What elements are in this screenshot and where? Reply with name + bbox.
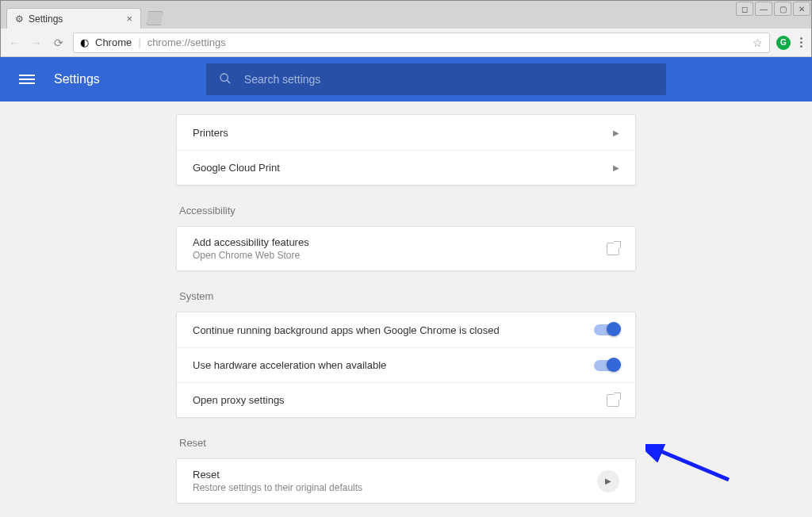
chrome-origin-icon: ◐ (80, 36, 89, 48)
page-title: Settings (54, 72, 100, 86)
tab-settings[interactable]: ⚙ Settings × (6, 8, 141, 29)
add-accessibility-row[interactable]: Add accessibility features Open Chrome W… (177, 227, 635, 270)
minimize-button[interactable]: — (755, 2, 772, 16)
row-title: Printers (193, 127, 613, 139)
url-path: chrome://settings (147, 36, 226, 48)
user-button[interactable]: ◻ (736, 2, 753, 16)
settings-scroll-area[interactable]: Printers ▶ Google Cloud Print ▶ Accessib… (0, 101, 812, 517)
row-title: Use hardware acceleration when available (193, 359, 594, 371)
hardware-accel-row[interactable]: Use hardware acceleration when available (177, 347, 635, 382)
chevron-right-icon: ▶ (613, 163, 619, 172)
printers-row[interactable]: Printers ▶ (177, 115, 635, 150)
new-tab-button[interactable] (146, 11, 163, 25)
close-tab-icon[interactable]: × (126, 13, 132, 25)
section-label-reset: Reset (179, 437, 636, 449)
row-subtitle: Open Chrome Web Store (193, 250, 607, 261)
row-title: Google Cloud Print (193, 162, 613, 174)
external-link-icon (607, 394, 619, 407)
reset-arrow-button[interactable]: ▶ (597, 470, 619, 492)
close-window-button[interactable]: ✕ (793, 2, 810, 16)
row-title: Continue running background apps when Go… (193, 324, 594, 336)
browser-menu-button[interactable] (797, 37, 806, 48)
settings-header: Settings (0, 57, 812, 101)
section-label-accessibility: Accessibility (179, 205, 636, 216)
search-icon (219, 72, 232, 87)
search-input[interactable] (244, 73, 653, 86)
forward-button[interactable]: → (29, 35, 44, 51)
reset-card: Reset Restore settings to their original… (176, 458, 636, 504)
chevron-right-icon: ▶ (613, 128, 619, 137)
bookmark-star-icon[interactable]: ☆ (753, 36, 763, 49)
section-label-system: System (179, 290, 636, 302)
hamburger-menu-icon[interactable] (19, 75, 35, 84)
address-bar[interactable]: ◐ Chrome | chrome://settings ☆ (73, 33, 770, 53)
svg-line-1 (227, 80, 230, 83)
titlebar (0, 0, 812, 6)
maximize-button[interactable]: ▢ (774, 2, 791, 16)
external-link-icon (607, 243, 619, 255)
row-title: Reset (193, 469, 597, 481)
cloud-print-row[interactable]: Google Cloud Print ▶ (177, 150, 635, 185)
browser-toolbar: ← → ⟳ ◐ Chrome | chrome://settings ☆ G (0, 29, 812, 57)
row-title: Open proxy settings (193, 394, 607, 406)
search-settings-box[interactable] (206, 63, 666, 95)
toggle-switch[interactable] (594, 324, 619, 335)
reload-button[interactable]: ⟳ (51, 35, 67, 51)
window-controls: ◻ — ▢ ✕ (734, 0, 812, 17)
system-card: Continue running background apps when Go… (176, 312, 636, 418)
background-apps-row[interactable]: Continue running background apps when Go… (177, 312, 635, 347)
back-button[interactable]: ← (6, 35, 22, 51)
tab-strip: ⚙ Settings × (0, 6, 812, 29)
row-title: Add accessibility features (193, 236, 607, 248)
tab-title: Settings (29, 13, 63, 25)
accessibility-card: Add accessibility features Open Chrome W… (176, 226, 636, 271)
origin-chip: Chrome (95, 36, 132, 48)
svg-point-0 (220, 74, 228, 81)
gear-icon: ⚙ (15, 13, 24, 25)
toggle-switch[interactable] (594, 360, 619, 371)
extension-icon[interactable]: G (776, 36, 791, 50)
proxy-settings-row[interactable]: Open proxy settings (177, 382, 635, 417)
printing-card: Printers ▶ Google Cloud Print ▶ (176, 114, 636, 186)
row-subtitle: Restore settings to their original defau… (193, 482, 597, 493)
reset-row[interactable]: Reset Restore settings to their original… (177, 459, 635, 503)
